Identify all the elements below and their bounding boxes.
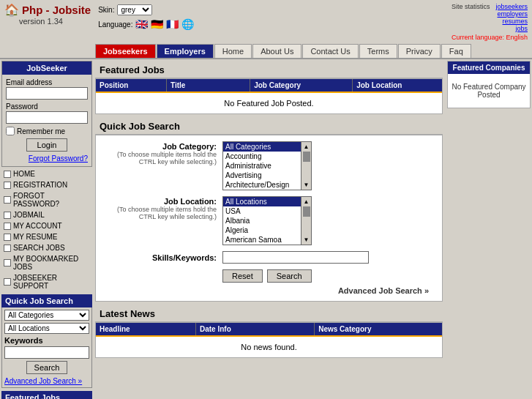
sidebar-keywords-input[interactable] (4, 346, 89, 359)
tab-terms[interactable]: Terms (359, 44, 397, 58)
menu-item-registration[interactable]: REGISTRATION (1, 179, 92, 190)
featured-companies-title: Featured Companies (448, 61, 530, 74)
location-list: All Locations USA Albania Algeria Americ… (222, 196, 301, 245)
email-input[interactable] (6, 87, 88, 100)
menu-item-home[interactable]: HOME (1, 168, 92, 179)
tab-faq[interactable]: Faq (441, 44, 471, 58)
jobseeker-section-title: JobSeeker (2, 61, 91, 75)
location-scroll-up[interactable]: ▲ (301, 197, 311, 206)
menu-checkbox-myresume (4, 234, 11, 241)
skills-input[interactable] (222, 251, 369, 264)
home-icon: 🏠 (4, 3, 19, 17)
location-option-usa[interactable]: USA (223, 206, 301, 216)
tab-employers[interactable]: Employers (157, 44, 214, 58)
email-label: Email address (6, 78, 88, 86)
ln-col-date: Date Info (196, 323, 315, 335)
category-label: Job Category: (102, 142, 217, 151)
app-subtitle: version 1.34 (19, 17, 91, 26)
fj-col-title: Title (167, 79, 250, 92)
sidebar-category-select[interactable]: All Categories (4, 310, 89, 321)
featured-jobs-empty: No Featured Job Posted. (96, 92, 442, 113)
location-option-albania[interactable]: Albania (223, 216, 301, 225)
resumes-link[interactable]: resumes (502, 18, 528, 25)
site-statistics-label: Site statistics (452, 3, 490, 32)
jobseekers-link[interactable]: jobseekers (495, 3, 528, 10)
category-scroll-down[interactable]: ▼ (301, 180, 311, 190)
flag-de[interactable]: 🇩🇪 (151, 18, 163, 30)
category-list: All Categories Accounting Administrative… (222, 141, 301, 190)
remember-label: Remember me (17, 127, 65, 135)
tab-privacy[interactable]: Privacy (398, 44, 441, 58)
search-button[interactable]: Search (267, 269, 312, 283)
current-lang-value: English (506, 34, 528, 41)
password-label: Password (6, 102, 88, 111)
location-scrollbar[interactable]: ▲ ▼ (301, 196, 312, 245)
category-option-administrative[interactable]: Administrative (223, 161, 301, 171)
forgot-password-link[interactable]: Forgot Password? (29, 154, 88, 163)
fj-col-position: Position (96, 79, 167, 92)
category-hint: (To choose multiple items hold the CTRL … (102, 151, 217, 165)
tab-about[interactable]: About Us (252, 44, 301, 58)
skills-label: Skills/Keywords: (102, 253, 217, 262)
flag-fr[interactable]: 🇫🇷 (166, 18, 179, 30)
tab-home[interactable]: Home (214, 44, 252, 58)
current-lang-label: Current language: (452, 34, 504, 41)
fj-col-category: Job Category (250, 79, 353, 92)
language-label: Language: (98, 20, 132, 29)
tab-contact[interactable]: Contact Us (302, 44, 358, 58)
menu-item-forgot[interactable]: FORGOT PASSWORD? (1, 190, 92, 209)
remember-checkbox[interactable] (6, 127, 15, 135)
sidebar-search-button[interactable]: Search (26, 361, 68, 374)
category-option-architecture[interactable]: Architecture/Design (223, 180, 301, 190)
menu-checkbox-forgot (4, 196, 11, 204)
menu-item-jobmail[interactable]: JOBMAIL (1, 209, 92, 220)
ln-col-category: News Category (315, 323, 442, 335)
menu-item-myresume[interactable]: MY RESUME (1, 231, 92, 242)
sidebar-location-select[interactable]: All Locations (4, 323, 89, 334)
reset-button[interactable]: Reset (222, 269, 263, 283)
ln-col-headline: Headline (96, 323, 196, 335)
sidebar-menu: HOME REGISTRATION FORGOT PASSWORD? JOBMA… (1, 168, 92, 291)
featured-jobs-title: Featured Jobs (95, 62, 443, 78)
location-option-samoa[interactable]: American Samoa (223, 235, 301, 245)
category-scroll-up[interactable]: ▲ (301, 142, 311, 152)
fj-col-location: Job Location (353, 79, 442, 92)
menu-checkbox-search (4, 245, 11, 252)
menu-item-myaccount[interactable]: MY ACCOUNT (1, 220, 92, 231)
menu-checkbox-reg (4, 182, 11, 189)
jobs-link[interactable]: jobs (515, 25, 528, 32)
location-scroll-thumb (303, 206, 310, 217)
menu-checkbox-myaccount (4, 223, 11, 230)
skin-select[interactable]: grey blue green (117, 4, 152, 15)
menu-checkbox-bookmarked (4, 259, 11, 266)
tab-jobseekers[interactable]: Jobseekers (95, 44, 156, 58)
category-option-all[interactable]: All Categories (223, 142, 301, 152)
latest-news-title: Latest News (95, 306, 443, 322)
sidebar-keywords-label: Keywords (4, 336, 89, 345)
location-scroll-down[interactable]: ▼ (301, 235, 311, 245)
flag-uk[interactable]: 🇬🇧 (135, 18, 148, 30)
location-option-all[interactable]: All Locations (223, 197, 301, 206)
password-input[interactable] (6, 111, 88, 124)
menu-checkbox-jobmail (4, 212, 11, 219)
employers-link[interactable]: employers (497, 10, 528, 18)
category-option-advertising[interactable]: Advertising (223, 171, 301, 180)
menu-item-bookmarked[interactable]: MY BOOKMARKED JOBS (1, 253, 92, 272)
menu-item-support[interactable]: JOBSEEKER SUPPORT (1, 272, 92, 291)
app-title: Php - Jobsite (22, 4, 91, 16)
location-hint: (To choose multiple items hold the CTRL … (102, 206, 217, 220)
quick-job-search-title: Quick Job Search (95, 119, 443, 135)
sidebar-adv-search-link[interactable]: Advanced Job Search » (4, 377, 82, 385)
skin-label: Skin: (98, 6, 114, 14)
latest-news-empty: No news found. (96, 335, 442, 357)
flag-other[interactable]: 🌐 (181, 18, 194, 30)
location-option-algeria[interactable]: Algeria (223, 225, 301, 235)
login-button[interactable]: Login (26, 138, 68, 152)
menu-item-searchjobs[interactable]: SEARCH JOBS (1, 242, 92, 253)
category-scrollbar[interactable]: ▲ ▼ (301, 141, 312, 190)
adv-search-link[interactable]: Advanced Job Search » (338, 286, 429, 295)
category-scroll-thumb (303, 152, 310, 162)
location-label: Job Location: (102, 197, 217, 206)
category-option-accounting[interactable]: Accounting (223, 152, 301, 161)
featured-companies-empty: No Featured Company Posted (448, 74, 530, 108)
